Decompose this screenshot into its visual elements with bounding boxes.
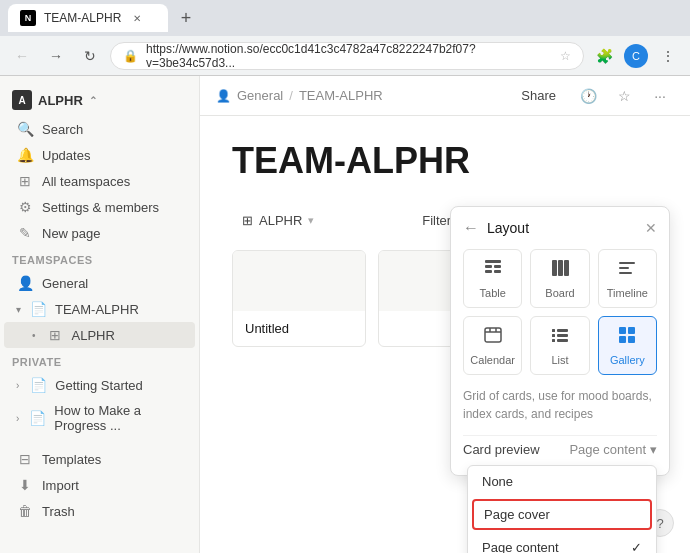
browser-tab[interactable]: N TEAM-ALPHR ✕ xyxy=(8,4,168,32)
list-layout-label: List xyxy=(551,354,568,366)
svg-rect-24 xyxy=(628,336,635,343)
sidebar-item-general[interactable]: 👤 General xyxy=(4,270,195,296)
layout-option-calendar[interactable]: Calendar xyxy=(463,316,522,375)
sidebar-item-search[interactable]: 🔍 Search xyxy=(4,116,195,142)
svg-rect-16 xyxy=(557,329,568,332)
layout-option-board[interactable]: Board xyxy=(530,249,589,308)
gallery-card-title-1: Untitled xyxy=(233,311,365,346)
svg-rect-22 xyxy=(628,327,635,334)
layout-option-timeline[interactable]: Timeline xyxy=(598,249,657,308)
sidebar-new-page-label: New page xyxy=(42,226,101,241)
layout-panel-back-button[interactable]: ← xyxy=(463,219,479,237)
layout-description: Grid of cards, use for mood boards, inde… xyxy=(463,387,657,423)
tab-title: TEAM-ALPHR xyxy=(44,11,121,25)
sidebar-item-how-to-make[interactable]: › 📄 How to Make a Progress ... xyxy=(4,398,195,438)
db-source-button[interactable]: ⊞ ALPHR ▾ xyxy=(232,209,324,232)
general-icon: 👤 xyxy=(16,275,34,291)
svg-rect-11 xyxy=(485,328,501,342)
team-alphr-icon: 📄 xyxy=(29,301,47,317)
board-layout-label: Board xyxy=(545,287,574,299)
back-button[interactable]: ← xyxy=(8,42,36,70)
sidebar-item-new-page[interactable]: ✎ New page xyxy=(4,220,195,246)
dropdown-item-page-cover[interactable]: Page cover xyxy=(472,499,652,530)
trash-icon: 🗑 xyxy=(16,503,34,519)
gallery-card-empty-1 xyxy=(233,251,365,311)
timeline-layout-icon xyxy=(617,258,637,283)
forward-button[interactable]: → xyxy=(42,42,70,70)
breadcrumb-general-icon: 👤 xyxy=(216,89,231,103)
svg-rect-19 xyxy=(552,339,555,342)
gallery-card-1[interactable]: Untitled xyxy=(232,250,366,347)
workspace-header[interactable]: A ALPHR ⌃ xyxy=(0,84,199,116)
reload-button[interactable]: ↻ xyxy=(76,42,104,70)
sidebar-item-alphr[interactable]: • ⊞ ALPHR xyxy=(4,322,195,348)
tab-favicon: N xyxy=(20,10,36,26)
templates-icon: ⊟ xyxy=(16,451,34,467)
dropdown-check-icon: ✓ xyxy=(631,540,642,553)
browser-toolbar: ← → ↻ 🔒 https://www.notion.so/ecc0c1d41c… xyxy=(0,36,690,76)
svg-rect-10 xyxy=(619,272,632,274)
svg-rect-7 xyxy=(564,260,569,276)
share-button[interactable]: Share xyxy=(511,84,566,107)
sidebar-getting-started-label: Getting Started xyxy=(55,378,142,393)
favorite-button[interactable]: ☆ xyxy=(610,82,638,110)
layout-option-list[interactable]: List xyxy=(530,316,589,375)
sidebar-item-settings[interactable]: ⚙ Settings & members xyxy=(4,194,195,220)
table-layout-label: Table xyxy=(480,287,506,299)
sidebar-alphr-label: ALPHR xyxy=(72,328,115,343)
dropdown-item-none[interactable]: None xyxy=(468,466,656,497)
svg-rect-6 xyxy=(558,260,563,276)
profile-icon[interactable]: C xyxy=(624,44,648,68)
sidebar-item-all-teamspaces[interactable]: ⊞ All teamspaces xyxy=(4,168,195,194)
layout-panel-close-button[interactable]: ✕ xyxy=(645,220,657,236)
extensions-icon[interactable]: 🧩 xyxy=(590,42,618,70)
dot-icon: • xyxy=(32,330,36,341)
card-preview-label: Card preview xyxy=(463,442,540,457)
more-button[interactable]: ··· xyxy=(646,82,674,110)
page-area: TEAM-ALPHR ⊞ ALPHR ▾ Filter Sort 🔍 ··· xyxy=(200,116,690,553)
expand-icon: ▾ xyxy=(16,304,21,315)
table-layout-icon xyxy=(483,258,503,283)
layout-panel-header: ← Layout ✕ xyxy=(463,219,657,237)
sidebar-item-templates[interactable]: ⊟ Templates xyxy=(4,446,195,472)
page-title: TEAM-ALPHR xyxy=(232,140,658,182)
sidebar-item-updates[interactable]: 🔔 Updates xyxy=(4,142,195,168)
tab-close-button[interactable]: ✕ xyxy=(129,10,145,26)
sidebar-item-trash[interactable]: 🗑 Trash xyxy=(4,498,195,524)
history-button[interactable]: 🕐 xyxy=(574,82,602,110)
gallery-layout-icon xyxy=(617,325,637,350)
dropdown-page-content-label: Page content xyxy=(482,540,559,553)
sidebar-trash-label: Trash xyxy=(42,504,75,519)
new-page-icon: ✎ xyxy=(16,225,34,241)
address-bar[interactable]: 🔒 https://www.notion.so/ecc0c1d41c3c4782… xyxy=(110,42,584,70)
url-display: https://www.notion.so/ecc0c1d41c3c4782a4… xyxy=(146,42,552,70)
layout-panel: ← Layout ✕ Table xyxy=(450,206,670,476)
svg-rect-17 xyxy=(552,334,555,337)
layout-option-table[interactable]: Table xyxy=(463,249,522,308)
sidebar-teamspaces-label: All teamspaces xyxy=(42,174,130,189)
gallery-layout-label: Gallery xyxy=(610,354,645,366)
breadcrumb: 👤 General / TEAM-ALPHR xyxy=(216,88,383,103)
browser-titlebar: N TEAM-ALPHR ✕ + xyxy=(0,0,690,36)
private-section-label: Private xyxy=(0,348,199,372)
calendar-layout-label: Calendar xyxy=(470,354,515,366)
card-preview-setting[interactable]: Card preview Page content ▾ xyxy=(463,435,657,463)
dropdown-page-cover-label: Page cover xyxy=(484,507,550,522)
sidebar-item-team-alphr[interactable]: ▾ 📄 TEAM-ALPHR xyxy=(4,296,195,322)
sidebar-item-getting-started[interactable]: › 📄 Getting Started xyxy=(4,372,195,398)
sidebar-templates-label: Templates xyxy=(42,452,101,467)
new-tab-button[interactable]: + xyxy=(172,4,200,32)
card-preview-arrow: ▾ xyxy=(650,442,657,457)
search-icon: 🔍 xyxy=(16,121,34,137)
sidebar-search-label: Search xyxy=(42,122,83,137)
svg-rect-20 xyxy=(557,339,568,342)
layout-option-gallery[interactable]: Gallery xyxy=(598,316,657,375)
workspace-name: ALPHR xyxy=(38,93,83,108)
svg-rect-18 xyxy=(557,334,568,337)
svg-rect-0 xyxy=(485,260,501,263)
dropdown-item-page-content[interactable]: Page content ✓ xyxy=(468,532,656,553)
browser-menu-icon[interactable]: ⋮ xyxy=(654,42,682,70)
breadcrumb-part2: TEAM-ALPHR xyxy=(299,88,383,103)
getting-started-icon: 📄 xyxy=(29,377,47,393)
sidebar-item-import[interactable]: ⬇ Import xyxy=(4,472,195,498)
